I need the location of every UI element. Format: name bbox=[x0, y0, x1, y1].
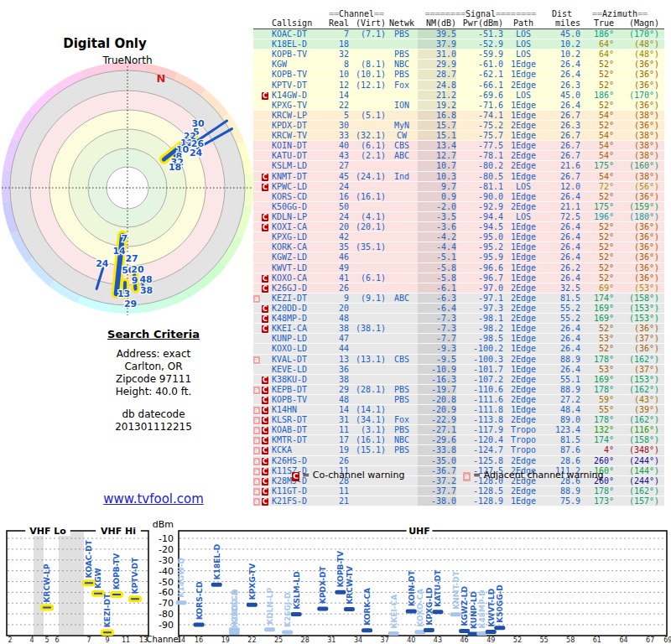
table-row[interactable]: K50GG-D50-2.0-92.92Edge21.1175°(159°) bbox=[253, 202, 664, 212]
table-row[interactable]: KUNP-LD47-7.7-98.51Edge26.453°(37°) bbox=[253, 334, 664, 344]
table-row[interactable]: KOPB-TV10(10.1)PBS28.7-62.11Edge26.452°(… bbox=[253, 70, 664, 80]
tvfool-link[interactable]: www.tvfool.com bbox=[53, 491, 254, 506]
table-row[interactable]: KORK-CA35(35.1)-4.4-95.21Edge26.452°(36°… bbox=[253, 242, 664, 252]
table-row[interactable]: CKOXO-CA41(6.1)-5.8-96.71Edge26.452°(36°… bbox=[253, 273, 664, 283]
table-row[interactable]: CK48MP-D48-7.3-98.12Edge55.2169°(153°) bbox=[253, 314, 664, 324]
cell-a: a bbox=[253, 355, 262, 364]
signal-bar[interactable] bbox=[388, 631, 399, 636]
channel-label[interactable]: 14 bbox=[112, 246, 126, 257]
signal-bar[interactable] bbox=[362, 628, 372, 632]
table-row[interactable]: aKEZI-DT9(9.1)ABC-6.3-97.12Edge81.5174°(… bbox=[253, 293, 664, 304]
table-row[interactable]: CK38KU-D38-16.3-107.22Edge55.1169°(153°) bbox=[253, 375, 664, 385]
table-row[interactable]: CK20DD-D20-6.4-97.32Edge55.2169°(153°) bbox=[253, 304, 664, 314]
signal-bar[interactable] bbox=[344, 607, 355, 611]
table-row[interactable]: CKKEI-CA38(38.1)-7.3-98.21Edge26.452°(36… bbox=[253, 324, 664, 334]
table-row[interactable]: KOXO-LD44-9.3-100.21Edge26.452°(36°) bbox=[253, 344, 664, 354]
table-row[interactable]: aKVAL-DT13(13.1)CBS-9.5-100.32Edge88.917… bbox=[253, 355, 664, 365]
signal-bar[interactable] bbox=[335, 590, 346, 595]
channel-label[interactable]: 29 bbox=[124, 299, 137, 309]
signal-bar[interactable] bbox=[424, 628, 434, 632]
channel-label[interactable]: 9 bbox=[132, 275, 138, 286]
table-row[interactable]: CKOXI-CA20(20.1)-3.6-94.51Edge26.452°(36… bbox=[253, 222, 664, 232]
signal-bar[interactable] bbox=[432, 610, 443, 614]
channel-label[interactable]: 18 bbox=[169, 162, 181, 173]
signal-bar[interactable] bbox=[247, 603, 257, 607]
signal-bar[interactable] bbox=[229, 631, 240, 635]
cell-nm: -10.9 bbox=[418, 365, 456, 374]
signal-bar[interactable] bbox=[194, 623, 205, 627]
table-row[interactable]: aCKLSR-DT31(34.1)Fox-22.9-113.82Edge89.0… bbox=[253, 415, 664, 425]
table-row[interactable]: aCK14HN14(14.1)-20.9-111.81Edge48.455°(3… bbox=[253, 405, 664, 415]
table-row[interactable]: K18EL-D1837.9-52.9LOS10.264°(48°) bbox=[253, 39, 664, 49]
table-row[interactable]: KSLM-LD2710.7-80.22Edge21.6175°(160°) bbox=[253, 161, 664, 171]
signal-bar[interactable] bbox=[211, 583, 222, 587]
table-row[interactable]: aCKMTR-DT17(16.1)NBC-29.6-120.4Tropo81.5… bbox=[253, 435, 664, 445]
cell-pw: -81.1 bbox=[456, 182, 503, 191]
signal-bar[interactable] bbox=[112, 593, 122, 597]
table-row[interactable]: KPXG-LD42-4.2-95.01Edge26.452°(36°) bbox=[253, 232, 664, 242]
table-row[interactable]: CK14GW-D1421.2-69.6LOS45.0186°(170°) bbox=[253, 91, 664, 101]
table-row[interactable]: KPDX-DT30MyN15.7-75.22Edge26.352°(36°) bbox=[253, 121, 664, 131]
table-row[interactable]: aCK26HS-D26-35.0-125.82Edge28.6260°(244°… bbox=[253, 456, 664, 466]
signal-bar[interactable] bbox=[486, 630, 497, 634]
table-row[interactable]: KPXG-TV22ION19.2-71.61Edge26.452°(36°) bbox=[253, 101, 664, 111]
table-row[interactable]: KOIN-DT40(6.1)CBS13.4-77.51Edge26.754°(3… bbox=[253, 141, 664, 151]
table-row[interactable]: aCKCKA19(15.1)PBS-33.8-124.7Tropo87.64°(… bbox=[253, 445, 664, 455]
signal-bar[interactable] bbox=[102, 631, 113, 635]
cell-pw: -62.1 bbox=[456, 70, 503, 79]
channel-label[interactable]: 24 bbox=[190, 148, 203, 158]
cell-a bbox=[253, 304, 262, 313]
cell-nw: PBS bbox=[386, 445, 418, 454]
adjacent-channel-warning-icon: a bbox=[253, 488, 260, 496]
channel-label[interactable]: 48 bbox=[139, 274, 152, 285]
table-row[interactable]: aCKOAB-DT11(3.1)PBS-27.1-117.9Tropo123.4… bbox=[253, 425, 664, 435]
table-row[interactable]: CKOPB-TV48PBS-20.8-111.62Edge27.259°(43°… bbox=[253, 395, 664, 405]
table-row[interactable]: CKPWC-LD249.7-81.1LOS12.072°(56°) bbox=[253, 182, 664, 192]
table-row[interactable]: KGWZ-LD46-5.1-95.91Edge26.452°(36°) bbox=[253, 252, 664, 262]
co-channel-warning-icon: C bbox=[262, 437, 268, 444]
table-row[interactable]: KEVE-LD36-10.9-101.71Edge26.453°(37°) bbox=[253, 365, 664, 375]
table-row[interactable]: KRCW-LP5(5.1)16.8-74.11Edge26.754°(38°) bbox=[253, 111, 664, 121]
table-row[interactable]: aCK11GT-D11-37.7-128.52Edge88.9178°(162°… bbox=[253, 486, 664, 496]
signal-bar[interactable] bbox=[84, 581, 95, 585]
cell-azimuth: (36°) bbox=[614, 80, 659, 90]
true-north-label: TrueNorth bbox=[101, 55, 152, 66]
table-row[interactable]: KRCW-TV33(32.1)CW15.1-75.71Edge26.754°(3… bbox=[253, 131, 664, 141]
signal-bar[interactable] bbox=[317, 606, 328, 610]
signal-bar[interactable] bbox=[176, 600, 187, 605]
table-row[interactable]: CK26GJ-D26-6.1-97.02Edge32.569°(53°) bbox=[253, 283, 664, 293]
table-row[interactable]: KWVT-LD49-5.8-96.61Edge26.252°(36°) bbox=[253, 263, 664, 273]
table-row[interactable]: KORS-CD16(16.1)0.9-90.01Edge26.452°(36°) bbox=[253, 192, 664, 202]
channel-tick-label: 55 bbox=[539, 636, 548, 644]
table-row[interactable]: aCK21FS-D21-38.0-128.91Edge75.9173°(157°… bbox=[253, 496, 664, 506]
signal-bar[interactable] bbox=[264, 627, 275, 631]
table-row[interactable]: CKNMT-DT45(24.1)Ind10.3-80.51Edge26.754°… bbox=[253, 172, 664, 182]
table-row[interactable]: CKDLN-LP24(4.1)-3.5-94.4LOS72.5196°(180°… bbox=[253, 212, 664, 222]
table-row[interactable]: KATU-DT43(2.1)ABC12.7-78.12Edge26.754°(3… bbox=[253, 151, 664, 161]
cell-azimuth: 52° bbox=[580, 192, 614, 201]
cell-cs: KNMT-DT bbox=[272, 172, 327, 181]
signal-bar[interactable] bbox=[282, 631, 293, 635]
channel-label[interactable]: 38 bbox=[140, 285, 153, 296]
signal-bar[interactable] bbox=[450, 612, 461, 616]
cell-di: 75.9 bbox=[544, 496, 580, 506]
cell-c bbox=[262, 111, 272, 120]
table-row[interactable]: aCKEPB-DT29(28.1)PBS-19.7-110.62Edge88.9… bbox=[253, 385, 664, 395]
cell-nw bbox=[386, 91, 418, 100]
table-row[interactable]: KPTV-DT12(12.1)Fox24.8-66.12Edge26.352°(… bbox=[253, 80, 664, 91]
channel-label[interactable]: 24 bbox=[96, 258, 109, 269]
signal-bar[interactable] bbox=[93, 591, 104, 595]
table-row[interactable]: KGW8(8.1)NBC29.9-61.01Edge26.452°(36°) bbox=[253, 60, 664, 70]
signal-bar[interactable] bbox=[494, 626, 505, 630]
cell-a bbox=[253, 344, 262, 353]
signal-bar[interactable] bbox=[291, 612, 302, 616]
cell-vi: (13.1) bbox=[349, 355, 386, 364]
signal-bar[interactable] bbox=[42, 605, 53, 610]
table-row[interactable]: KOPB-TV32PBS31.0-59.9LOS10.264°(48°) bbox=[253, 49, 664, 60]
signal-bar[interactable] bbox=[130, 597, 141, 601]
cell-c: C bbox=[262, 273, 272, 283]
channel-label[interactable]: 7 bbox=[122, 233, 128, 244]
signal-bar[interactable] bbox=[406, 609, 417, 613]
channel-label[interactable]: 27 bbox=[125, 253, 138, 264]
table-row[interactable]: KOAC-DT7(7.1)PBS39.5-51.3LOS45.0186°(170… bbox=[253, 29, 664, 39]
